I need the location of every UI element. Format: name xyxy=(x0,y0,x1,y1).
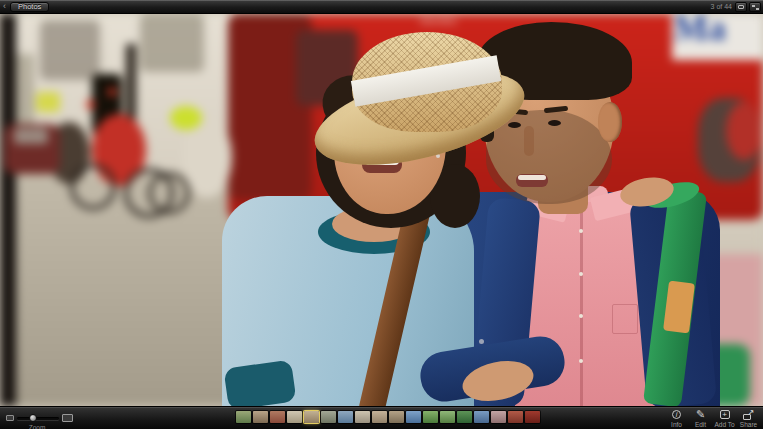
man-nose xyxy=(524,126,534,156)
filmstrip-thumbnail-1[interactable] xyxy=(236,411,251,423)
filmstrip-thumbnail-2[interactable] xyxy=(253,411,268,423)
filmstrip-thumbnail-9[interactable] xyxy=(372,411,387,423)
exit-fullscreen-button[interactable] xyxy=(749,2,761,12)
zoom-slider-track[interactable] xyxy=(17,417,59,420)
shirt-button xyxy=(579,272,583,276)
filmstrip-thumbnail-11[interactable] xyxy=(406,411,421,423)
zoom-in-photo-icon xyxy=(62,414,73,422)
filmstrip-thumbnail-8[interactable] xyxy=(355,411,370,423)
top-toolbar: ‹ Photos 3 of 44 xyxy=(0,0,763,14)
filmstrip-thumbnail-17[interactable] xyxy=(508,411,523,423)
filmstrip-thumbnail-15[interactable] xyxy=(474,411,489,423)
photo-main[interactable]: Metroline Ma xyxy=(0,14,763,406)
share-arrow: ↗ xyxy=(748,408,755,417)
back-chevron-icon[interactable]: ‹ xyxy=(3,1,6,12)
filmstrip-thumbnail-12[interactable] xyxy=(423,411,438,423)
photo-foreground xyxy=(0,14,763,406)
share-icon: ↗ xyxy=(743,410,755,420)
share-label: Share xyxy=(740,421,757,428)
filmstrip-thumbnail-7[interactable] xyxy=(338,411,353,423)
filmstrip-thumbnail-3[interactable] xyxy=(270,411,285,423)
filmstrip-thumbnail-4[interactable] xyxy=(287,411,302,423)
edit-icon: ✎ xyxy=(696,409,705,420)
filmstrip xyxy=(236,411,540,423)
bottom-toolbar: Zoom i Info ✎ Edit + Add To ↗ Share xyxy=(0,406,763,429)
man-eye xyxy=(548,120,561,126)
action-buttons: i Info ✎ Edit + Add To ↗ Share xyxy=(665,409,760,428)
shirt-pocket xyxy=(612,304,638,334)
back-to-photos-button[interactable]: Photos xyxy=(10,2,49,12)
filmstrip-thumbnail-13[interactable] xyxy=(440,411,455,423)
browse-thumbnails-button[interactable] xyxy=(735,2,747,12)
man-teeth xyxy=(518,175,546,180)
cardigan-button xyxy=(479,339,484,344)
toolbar-highlight xyxy=(0,0,763,1)
filmstrip-thumbnail-6[interactable] xyxy=(321,411,336,423)
photo-counter: 3 of 44 xyxy=(711,3,732,11)
zoom-control: Zoom xyxy=(4,410,84,429)
zoom-out-photo-icon xyxy=(6,415,14,421)
sweater-teal-cuff xyxy=(223,359,296,406)
iphoto-fullscreen-window: ‹ Photos 3 of 44 xyxy=(0,0,763,429)
add-to-label: Add To xyxy=(714,421,734,428)
shirt-placket xyxy=(580,209,583,406)
exit-fullscreen-icon xyxy=(752,5,759,10)
filmstrip-thumbnail-16[interactable] xyxy=(491,411,506,423)
filmstrip-thumbnail-5[interactable] xyxy=(304,411,319,423)
info-button[interactable]: i Info xyxy=(665,409,688,428)
filmstrip-thumbnail-14[interactable] xyxy=(457,411,472,423)
filmstrip-thumbnail-18[interactable] xyxy=(525,411,540,423)
info-icon: i xyxy=(672,410,681,419)
edit-button[interactable]: ✎ Edit xyxy=(689,409,712,428)
zoom-label: Zoom xyxy=(11,424,63,429)
add-to-button[interactable]: + Add To xyxy=(713,409,736,428)
shirt-button xyxy=(579,359,583,363)
add-to-icon: + xyxy=(720,410,730,419)
zoom-slider-knob[interactable] xyxy=(29,414,37,422)
edit-label: Edit xyxy=(695,421,706,428)
shirt-button xyxy=(579,314,583,318)
man-ear xyxy=(598,102,622,142)
filmstrip-thumbnail-10[interactable] xyxy=(389,411,404,423)
shirt-button xyxy=(579,229,583,233)
info-label: Info xyxy=(671,421,682,428)
thumbnail-grid-icon xyxy=(738,5,744,9)
man-eye xyxy=(508,122,521,128)
toolbar-highlight xyxy=(0,407,763,408)
share-button[interactable]: ↗ Share xyxy=(737,409,760,428)
